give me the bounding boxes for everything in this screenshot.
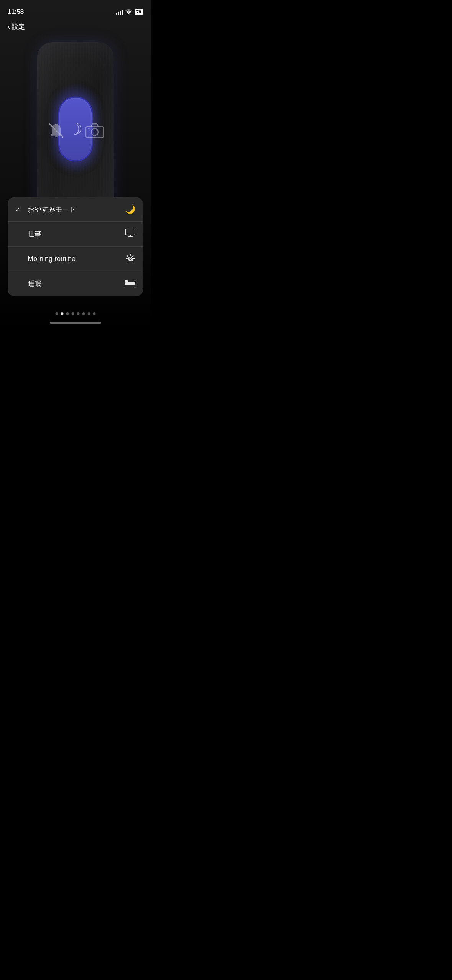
battery-icon: 78 [135, 9, 143, 15]
status-bar: 11:58 78 [0, 0, 151, 19]
morning-label: Morning routine [28, 255, 76, 263]
dot-0 [55, 312, 58, 315]
dot-2 [66, 312, 69, 315]
back-label: 設定 [12, 22, 25, 31]
checkmark-icon: ✓ [15, 206, 23, 213]
dnd-moon-icon: 🌙 [125, 204, 135, 214]
menu-item-work-left: ✓ 仕事 [15, 229, 41, 238]
menu-item-sleep[interactable]: ✓ 睡眠 [8, 271, 143, 296]
dot-6 [87, 312, 90, 315]
work-label: 仕事 [28, 229, 41, 238]
sleep-label: 睡眠 [28, 279, 41, 288]
menu-item-work[interactable]: ✓ 仕事 [8, 222, 143, 247]
back-chevron-icon: ‹ [8, 22, 10, 31]
menu-item-morning-left: ✓ Morning routine [15, 255, 76, 263]
menu-item-dnd-left: ✓ おやすみモード [15, 205, 76, 214]
sunrise-icon [125, 253, 135, 264]
focus-mode-menu: ✓ おやすみモード 🌙 ✓ 仕事 ✓ Morning routine [8, 197, 143, 296]
svg-rect-4 [126, 229, 135, 235]
battery-level: 78 [136, 10, 141, 14]
bed-icon [125, 278, 135, 289]
device-body: ☽ [37, 42, 114, 219]
status-icons: 78 [116, 9, 143, 15]
signal-bar-1 [116, 13, 117, 15]
dot-3 [71, 312, 74, 315]
signal-icon [116, 9, 123, 15]
signal-bar-4 [122, 10, 123, 15]
camera-icon [85, 122, 104, 140]
dnd-label: おやすみモード [28, 205, 76, 214]
dot-1 [61, 312, 63, 315]
mute-icon [47, 121, 66, 142]
home-indicator [50, 322, 101, 324]
dot-7 [93, 312, 95, 315]
dot-4 [77, 312, 79, 315]
svg-rect-7 [125, 280, 128, 282]
svg-point-2 [91, 128, 98, 135]
svg-rect-3 [88, 128, 90, 129]
menu-item-dnd[interactable]: ✓ おやすみモード 🌙 [8, 197, 143, 222]
dot-5 [82, 312, 85, 315]
status-time: 11:58 [8, 8, 24, 16]
nav-bar: ‹ 設定 [0, 19, 151, 34]
back-button[interactable]: ‹ 設定 [8, 22, 25, 31]
work-monitor-icon [125, 229, 135, 239]
signal-bar-2 [118, 12, 119, 15]
svg-rect-6 [125, 282, 135, 285]
menu-item-sleep-left: ✓ 睡眠 [15, 279, 41, 288]
wifi-icon [125, 9, 132, 15]
signal-bar-3 [120, 11, 121, 15]
page-dots [55, 312, 95, 315]
moon-icon: ☽ [68, 121, 83, 137]
menu-item-morning[interactable]: ✓ Morning routine [8, 247, 143, 271]
